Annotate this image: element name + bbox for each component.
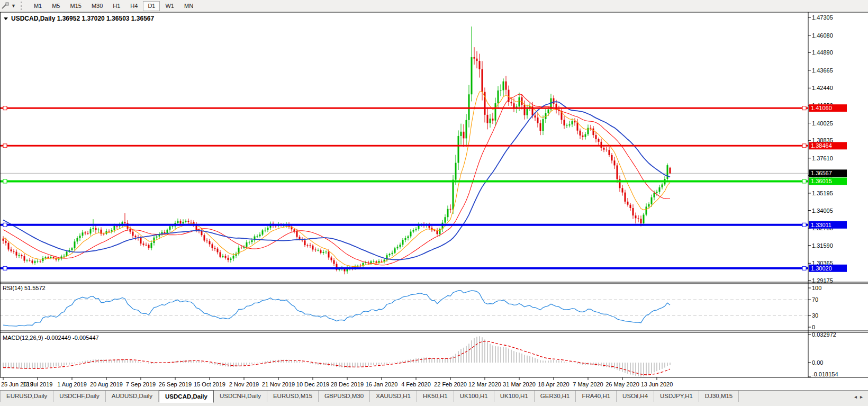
date-tick-label: 21 Nov 2019 [262, 381, 295, 387]
drawing-tool-icon [1, 2, 10, 10]
hline-handle-right[interactable] [802, 106, 806, 110]
date-tick-label: 18 Apr 2020 [538, 381, 569, 387]
timeframe-buttons: M1M5M15M30H1H4D1W1MN [29, 1, 198, 11]
chart-tab-uk100-h1[interactable]: UK100,H1 [454, 391, 494, 402]
price-tick-label: 1.43665 [812, 67, 833, 74]
chart-tab-audusd-daily[interactable]: AUDUSD,Daily [106, 391, 159, 402]
chart-canvas: 1.473051.460801.448901.436651.424401.412… [0, 12, 868, 390]
toolbar-gripper[interactable] [21, 2, 25, 10]
chart-tab-usoil-h4[interactable]: USOil,H4 [617, 391, 654, 402]
svg-text:1.36567: 1.36567 [811, 170, 832, 176]
chart-tab-usdcnh-daily[interactable]: USDCNH,Daily [214, 391, 267, 402]
date-tick-label: 26 Sep 2019 [159, 381, 192, 387]
chart-tab-usdjpy-h1[interactable]: USDJPY,H1 [654, 391, 699, 402]
moving-average-lines [3, 92, 670, 266]
chart-tab-usdcad-daily[interactable]: USDCAD,Daily [159, 390, 214, 403]
svg-text:1.33011: 1.33011 [811, 222, 831, 228]
price-tick-label: 1.29175 [812, 277, 833, 284]
time-axis: 25 Jun 201913 Jul 20191 Aug 201920 Aug 2… [1, 377, 673, 387]
date-tick-label: 26 May 2020 [605, 381, 639, 387]
candlesticks [3, 26, 671, 274]
macd-axis-label: 0.00 [812, 359, 823, 366]
date-tick-label: 13 Jul 2019 [23, 381, 53, 387]
svg-text:1.38464: 1.38464 [811, 142, 832, 149]
hline-handle-right[interactable] [802, 179, 806, 183]
hline-handle-right[interactable] [802, 144, 806, 148]
rsi-axis-label: 30 [812, 312, 818, 319]
tab-scroll-right-icon[interactable]: ▸ [860, 394, 863, 400]
ma-line-fast[interactable] [3, 92, 670, 266]
chart-tab-fra40-h1[interactable]: FRA40,H1 [576, 391, 617, 402]
drawing-tool-button[interactable]: ▼ [0, 2, 17, 10]
date-tick-label: 12 Mar 2020 [468, 381, 501, 387]
chart-tab-gbpusd-m30[interactable]: GBPUSD,M30 [319, 391, 370, 402]
price-tick-label: 1.31590 [812, 242, 833, 249]
chevron-down-icon: ▼ [11, 3, 16, 8]
price-tick-label: 1.37610 [812, 155, 833, 161]
svg-text:1.36015: 1.36015 [811, 178, 832, 184]
chart-tab-uk100-h1[interactable]: UK100,H1 [494, 391, 535, 402]
rsi-axis-label: 70 [812, 296, 818, 303]
date-tick-label: 7 May 2020 [573, 381, 603, 387]
svg-text:1.30020: 1.30020 [811, 265, 832, 272]
date-tick-label: 15 Oct 2019 [194, 381, 225, 387]
chart-tab-hk50-h1[interactable]: HK50,H1 [417, 391, 454, 402]
price-tick-label: 1.47305 [812, 14, 833, 21]
macd-axis-label: -0.018154 [812, 371, 838, 377]
rsi-axis-label: 0 [812, 324, 815, 330]
date-tick-label: 28 Dec 2019 [331, 381, 364, 387]
date-tick-label: 1 Aug 2019 [57, 381, 87, 387]
timeframe-button-m1[interactable]: M1 [29, 1, 47, 11]
timeframe-button-mn[interactable]: MN [179, 1, 198, 11]
tab-scroll-arrows: ◂ ▸ [854, 391, 868, 400]
price-axis: 1.473051.460801.448901.436651.424401.412… [808, 12, 847, 377]
symbol-dropdown-icon[interactable] [4, 17, 8, 20]
chart-title: USDCAD,Daily 1.36952 1.37020 1.36503 1.3… [11, 15, 155, 22]
chart-tab-ger30-h1[interactable]: GER30,H1 [535, 391, 576, 402]
date-tick-label: 16 Jan 2020 [366, 381, 398, 387]
chart-tab-eurusd-daily[interactable]: EURUSD,Daily [0, 391, 53, 402]
hline-handle-left[interactable] [3, 179, 7, 183]
chart-tab-eurusd-m15[interactable]: EURUSD,M15 [267, 391, 319, 402]
date-tick-label: 31 Mar 2020 [503, 381, 536, 387]
hline-handle-left[interactable] [3, 144, 7, 148]
date-tick-label: 4 Feb 2020 [401, 381, 431, 387]
macd-label: MACD(12,26,9) -0.002449 -0.005447 [3, 335, 99, 341]
hline-handle-left[interactable] [3, 266, 7, 270]
date-tick-label: 2 Nov 2019 [229, 381, 259, 387]
date-tick-label: 10 Dec 2019 [296, 381, 329, 387]
rsi-label: RSI(14) 51.5572 [3, 285, 46, 291]
price-tick-label: 1.34005 [812, 207, 833, 214]
date-tick-label: 7 Sep 2019 [126, 381, 156, 387]
hline-handle-right[interactable] [802, 223, 806, 227]
date-tick-label: 22 Feb 2020 [434, 381, 467, 387]
chart-tab-usdchf-daily[interactable]: USDCHF,Daily [53, 391, 105, 402]
horizontal-line-objects [0, 106, 808, 270]
timeframe-button-w1[interactable]: W1 [160, 1, 179, 11]
hline-handle-right[interactable] [802, 266, 806, 270]
chart-tabs: EURUSD,DailyUSDCHF,DailyAUDUSD,DailyUSDC… [0, 390, 868, 406]
price-tick-label: 1.40025 [812, 120, 833, 127]
hline-handle-left[interactable] [3, 223, 7, 227]
chart-tab-dj30-m15[interactable]: DJ30,M15 [699, 391, 739, 402]
hline-handle-left[interactable] [3, 106, 7, 110]
mt4-window: ▼ M1M5M15M30H1H4D1W1MN 1.473051.460801.4… [0, 0, 868, 406]
tab-list: EURUSD,DailyUSDCHF,DailyAUDUSD,DailyUSDC… [0, 391, 739, 403]
toolbar: ▼ M1M5M15M30H1H4D1W1MN [0, 0, 868, 12]
price-tick-label: 1.42440 [812, 85, 833, 91]
timeframe-button-m15[interactable]: M15 [65, 1, 86, 11]
macd-signal-line [3, 341, 670, 375]
macd-panel [3, 336, 671, 376]
timeframe-button-d1[interactable]: D1 [143, 1, 160, 11]
timeframe-button-h1[interactable]: H1 [108, 1, 125, 11]
svg-text:1.41060: 1.41060 [811, 105, 832, 111]
timeframe-button-m5[interactable]: M5 [47, 1, 65, 11]
chart-tab-xauusd-h1[interactable]: XAUUSD,H1 [370, 391, 417, 402]
rsi-axis-label: 100 [812, 285, 821, 291]
date-tick-label: 20 Aug 2019 [90, 381, 123, 387]
timeframe-button-h4[interactable]: H4 [125, 1, 142, 11]
timeframe-button-m30[interactable]: M30 [87, 1, 107, 11]
price-tick-label: 1.35195 [812, 190, 833, 196]
tab-scroll-left-icon[interactable]: ◂ [854, 394, 857, 400]
price-tick-label: 1.46080 [812, 32, 833, 39]
